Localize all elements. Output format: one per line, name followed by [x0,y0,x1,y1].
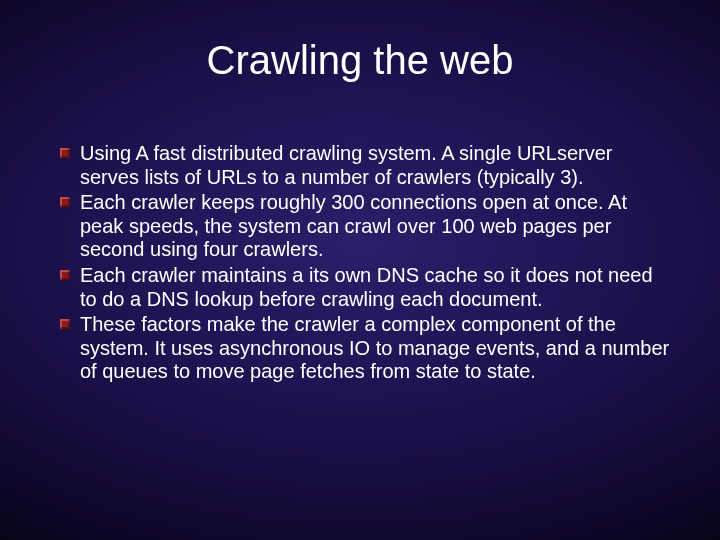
bullet-icon [60,148,70,158]
slide-title: Crawling the web [0,38,720,83]
bullet-text: These factors make the crawler a complex… [80,313,670,384]
bullet-icon [60,270,70,280]
bullet-text: Each crawler keeps roughly 300 connectio… [80,191,670,262]
list-item: Using A fast distributed crawling system… [60,142,670,189]
bullet-text: Using A fast distributed crawling system… [80,142,670,189]
slide-body: Using A fast distributed crawling system… [60,142,670,386]
slide: Crawling the web Using A fast distribute… [0,0,720,540]
list-item: Each crawler keeps roughly 300 connectio… [60,191,670,262]
bullet-icon [60,319,70,329]
list-item: These factors make the crawler a complex… [60,313,670,384]
bullet-text: Each crawler maintains a its own DNS cac… [80,264,670,311]
bullet-icon [60,197,70,207]
list-item: Each crawler maintains a its own DNS cac… [60,264,670,311]
